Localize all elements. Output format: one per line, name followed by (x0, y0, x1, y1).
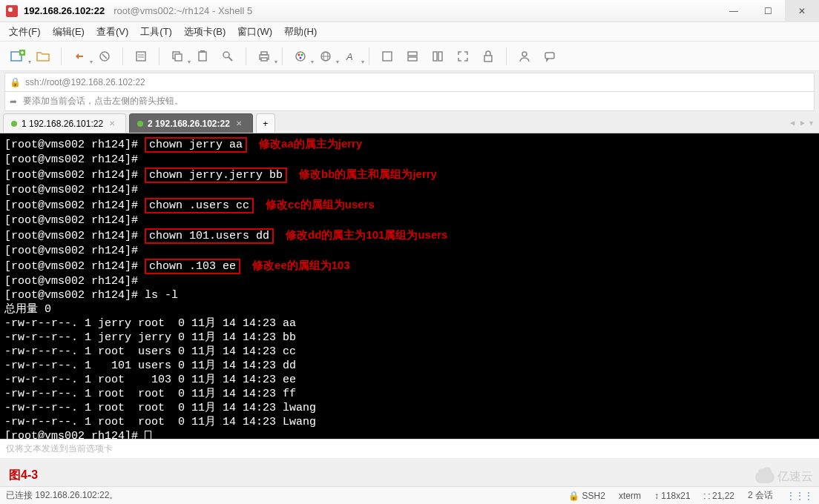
svg-line-5 (102, 54, 107, 59)
watermark-text: 亿速云 (777, 469, 813, 485)
toolbar-sep (282, 47, 283, 65)
svg-point-21 (300, 56, 302, 59)
window-buttons: — ☐ ✕ (717, 0, 819, 22)
svg-point-20 (301, 53, 303, 56)
status-connection: 已连接 192.168.26.102:22。 (6, 489, 118, 502)
menu-tabs[interactable]: 选项卡(B) (184, 25, 226, 39)
terminal[interactable]: [root@vms002 rh124]# chown jerry aa修改aa的… (0, 133, 819, 439)
minimize-button[interactable]: — (717, 0, 751, 22)
user-icon[interactable] (514, 46, 535, 67)
svg-text:A: A (346, 51, 353, 62)
svg-point-19 (298, 53, 300, 56)
layout2-icon[interactable] (402, 46, 423, 67)
status-pos: ⸬ 21,22 (704, 491, 734, 501)
tab-label: 2 192.168.26.102:22 (148, 119, 230, 129)
menu-help[interactable]: 帮助(H) (284, 25, 317, 39)
find-icon[interactable] (217, 46, 238, 67)
tab-menu-icon[interactable]: ▾ (809, 119, 813, 127)
status-size: ↕ 118x21 (654, 491, 691, 501)
open-icon[interactable] (33, 46, 53, 67)
svg-rect-27 (408, 52, 417, 56)
svg-rect-16 (261, 52, 267, 55)
fullscreen-icon[interactable] (453, 46, 473, 67)
paste-icon[interactable] (192, 46, 213, 67)
properties-icon[interactable] (131, 46, 151, 67)
status-menu-icon[interactable]: ⋮⋮⋮ (786, 491, 813, 501)
status-ssh: 🔒 SSH2 (568, 491, 605, 501)
close-button[interactable]: ✕ (785, 0, 819, 22)
toolbar: A (0, 42, 819, 71)
menu-edit[interactable]: 编辑(E) (53, 25, 85, 39)
disconnect-icon[interactable] (94, 46, 115, 67)
toolbar-sep (61, 47, 62, 65)
figure-label: 图4-3 (9, 468, 38, 483)
tab-next-icon[interactable]: ► (799, 119, 806, 127)
svg-rect-30 (438, 52, 442, 61)
svg-rect-6 (136, 52, 145, 61)
status-dot-icon (137, 121, 143, 127)
menu-file[interactable]: 文件(F) (9, 25, 41, 39)
status-dot-icon (11, 121, 17, 127)
tab-label: 1 192.168.26.101:22 (22, 119, 103, 129)
input-placeholder: 仅将文本发送到当前选项卡 (6, 442, 113, 455)
hintbar: ➦ 要添加当前会话，点击左侧的箭头按钮。 (4, 92, 815, 111)
new-session-icon[interactable] (7, 46, 28, 67)
ssh-lock-icon: 🔒 (10, 77, 21, 87)
color-icon[interactable] (290, 46, 311, 67)
toolbar-sep (506, 47, 507, 65)
addressbar[interactable]: 🔒 ssh://root@192.168.26.102:22 (4, 73, 815, 92)
chat-icon[interactable] (539, 46, 560, 67)
menu-tools[interactable]: 工具(T) (140, 25, 172, 39)
svg-rect-31 (484, 56, 492, 62)
svg-rect-11 (199, 52, 206, 61)
reconnect-icon[interactable] (69, 46, 90, 67)
globe-icon[interactable] (315, 46, 336, 67)
copy-icon[interactable] (167, 46, 188, 67)
watermark: 亿速云 (755, 469, 813, 485)
maximize-button[interactable]: ☐ (751, 0, 785, 22)
toolbar-sep (122, 47, 123, 65)
tab-prev-icon[interactable]: ◄ (789, 119, 796, 127)
send-input-bar[interactable]: 仅将文本发送到当前选项卡 (0, 439, 819, 458)
statusbar: 已连接 192.168.26.102:22。 🔒 SSH2 xterm ↕ 11… (0, 486, 819, 504)
titlebar: 192.168.26.102:22 root@vms002:~/rh124 - … (0, 0, 819, 22)
toolbar-sep (159, 47, 159, 65)
menu-window[interactable]: 窗口(W) (237, 25, 272, 39)
svg-rect-10 (175, 54, 182, 61)
tabstrip: 1 192.168.26.101:22 ✕ 2 192.168.26.102:2… (0, 113, 819, 133)
address-url: ssh://root@192.168.26.102:22 (25, 77, 145, 87)
cloud-icon (755, 471, 774, 483)
status-term: xterm (619, 491, 641, 501)
svg-point-13 (223, 52, 229, 58)
svg-rect-26 (383, 52, 392, 61)
svg-point-32 (522, 52, 527, 56)
tab-session-1[interactable]: 1 192.168.26.101:22 ✕ (3, 113, 126, 133)
status-sessions: 2 会话 (748, 489, 773, 502)
toolbar-sep (246, 47, 246, 65)
menubar: 文件(F) 编辑(E) 查看(V) 工具(T) 选项卡(B) 窗口(W) 帮助(… (0, 22, 819, 42)
font-icon[interactable]: A (341, 46, 361, 67)
tab-close-icon[interactable]: ✕ (109, 119, 115, 127)
layout1-icon[interactable] (377, 46, 398, 67)
svg-rect-29 (433, 52, 437, 61)
svg-rect-17 (261, 58, 267, 61)
svg-rect-33 (545, 53, 554, 59)
menu-view[interactable]: 查看(V) (96, 25, 128, 39)
app-icon (6, 5, 18, 17)
svg-rect-28 (408, 57, 417, 61)
title-host: 192.168.26.102:22 (24, 5, 105, 16)
tab-add[interactable]: + (256, 113, 275, 133)
tab-close-icon[interactable]: ✕ (236, 119, 242, 127)
toolbar-sep (369, 47, 369, 65)
lock-icon[interactable] (478, 46, 499, 67)
print-icon[interactable] (254, 46, 274, 67)
svg-rect-12 (200, 50, 205, 53)
title-session: root@vms002:~/rh124 - Xshell 5 (114, 5, 252, 16)
svg-point-18 (296, 52, 305, 61)
tab-session-2[interactable]: 2 192.168.26.102:22 ✕ (129, 113, 253, 133)
hint-text: 要添加当前会话，点击左侧的箭头按钮。 (23, 95, 183, 107)
layout3-icon[interactable] (427, 46, 448, 67)
hint-arrow-icon[interactable]: ➦ (10, 96, 17, 107)
tab-nav: ◄ ► ▾ (789, 113, 813, 133)
svg-line-14 (228, 57, 232, 61)
